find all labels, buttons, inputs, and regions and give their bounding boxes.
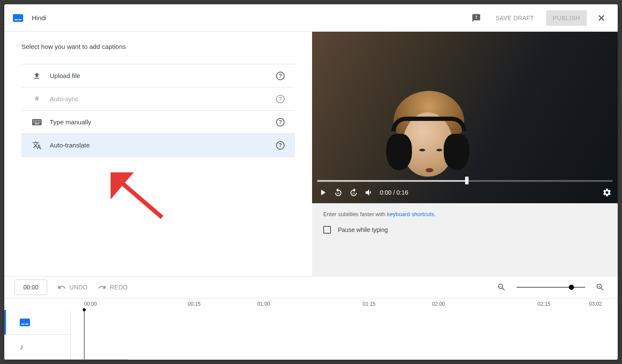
svg-rect-11 <box>35 123 39 124</box>
option-type-manually[interactable]: Type manually ? <box>21 111 295 134</box>
timeline-ruler[interactable]: 00:0000:1501:0001:1502:0002:1503:02 <box>4 298 618 310</box>
modal-header: Hindi SAVE DRAFT PUBLISH <box>4 4 618 32</box>
music-note-icon: ♪ <box>20 343 24 352</box>
help-icon[interactable]: ? <box>276 95 285 103</box>
scrollbar[interactable] <box>4 359 129 360</box>
timeline: UNDO REDO 00:0000:1501:0001:1502:0002:15… <box>4 276 618 360</box>
time-input[interactable] <box>15 280 47 295</box>
svg-rect-1 <box>33 120 34 121</box>
help-icon[interactable]: ? <box>276 141 285 150</box>
svg-rect-2 <box>35 120 36 121</box>
option-label: Auto-sync <box>50 95 276 102</box>
zoom-slider[interactable] <box>517 287 585 288</box>
playhead[interactable] <box>84 310 84 360</box>
volume-icon[interactable] <box>364 188 374 197</box>
video-time: 0:00 / 0:16 <box>380 189 408 196</box>
modal-body: Select how you want to add captions Uplo… <box>4 32 618 276</box>
forward-10-icon[interactable]: 10 <box>349 188 358 197</box>
svg-rect-4 <box>38 120 39 121</box>
replay-10-icon[interactable]: 10 <box>334 188 343 197</box>
audio-track-icon[interactable]: ♪ <box>4 335 70 360</box>
svg-rect-3 <box>36 120 37 121</box>
pause-checkbox[interactable] <box>323 226 331 234</box>
video-controls: 10 10 0:00 / 0:16 <box>312 182 618 203</box>
timeline-toolbar: UNDO REDO <box>4 277 618 298</box>
option-auto-sync[interactable]: Auto-sync ? <box>21 87 295 111</box>
settings-icon[interactable] <box>602 188 612 197</box>
svg-rect-10 <box>39 122 40 123</box>
ruler-tick: 01:15 <box>363 301 376 307</box>
redo-button[interactable]: REDO <box>98 283 127 292</box>
keyboard-icon <box>32 119 42 126</box>
translate-icon <box>32 141 42 150</box>
option-list: Upload file ? Auto-sync ? Type manually … <box>21 64 295 157</box>
option-label: Upload file <box>50 72 276 79</box>
svg-rect-6 <box>33 122 34 123</box>
cc-icon <box>20 319 30 326</box>
svg-rect-7 <box>35 122 36 123</box>
ruler-tick: 00:00 <box>84 301 97 307</box>
upload-icon <box>32 72 42 80</box>
svg-text:10: 10 <box>352 192 355 195</box>
svg-line-12 <box>117 179 162 217</box>
option-label: Auto-translate <box>50 141 276 149</box>
undo-button[interactable]: UNDO <box>57 283 87 292</box>
ruler-tick: 02:00 <box>432 301 445 307</box>
annotation-arrow <box>111 172 171 224</box>
shortcuts-hint: Enter subtitles faster with keyboard sho… <box>312 203 618 221</box>
ruler-tick: 00:15 <box>188 301 201 307</box>
zoom-in-icon[interactable] <box>593 280 607 295</box>
svg-rect-5 <box>39 120 40 121</box>
language-title: Hindi <box>32 14 46 21</box>
option-auto-translate[interactable]: Auto-translate ? <box>21 134 295 157</box>
ruler-tick: 02:15 <box>538 301 550 307</box>
option-upload-file[interactable]: Upload file ? <box>21 64 295 87</box>
preview-panel: 10 10 0:00 / 0:16 Enter subtitles faster… <box>312 32 618 276</box>
subtitle-editor-modal: Hindi SAVE DRAFT PUBLISH Select how you … <box>4 4 618 360</box>
close-button[interactable] <box>594 10 609 26</box>
auto-sync-icon <box>32 95 42 103</box>
caption-track-icon[interactable] <box>4 310 70 335</box>
option-label: Type manually <box>50 118 276 126</box>
zoom-controls <box>494 280 607 295</box>
video-preview[interactable]: 10 10 0:00 / 0:16 <box>312 32 618 203</box>
pause-while-typing-row: Pause while typing <box>312 221 618 239</box>
options-panel: Select how you want to add captions Uplo… <box>4 32 312 276</box>
ruler-tick: 01:00 <box>257 301 270 307</box>
svg-text:10: 10 <box>337 192 339 195</box>
timeline-tracks: ♪ <box>4 310 618 360</box>
svg-rect-8 <box>36 122 37 123</box>
publish-button: PUBLISH <box>546 10 587 26</box>
svg-rect-9 <box>38 122 39 123</box>
help-icon[interactable]: ? <box>276 72 285 80</box>
options-prompt: Select how you want to add captions <box>21 43 295 50</box>
keyboard-shortcuts-link[interactable]: keyboard shortcuts <box>387 211 434 217</box>
save-draft-button[interactable]: SAVE DRAFT <box>490 11 539 25</box>
pause-label: Pause while typing <box>338 226 388 233</box>
ruler-tick: 03:02 <box>589 301 602 307</box>
zoom-out-icon[interactable] <box>494 280 509 295</box>
feedback-icon[interactable] <box>469 11 484 25</box>
play-icon[interactable] <box>318 188 328 197</box>
help-icon[interactable]: ? <box>276 118 285 126</box>
cc-icon <box>13 14 23 22</box>
